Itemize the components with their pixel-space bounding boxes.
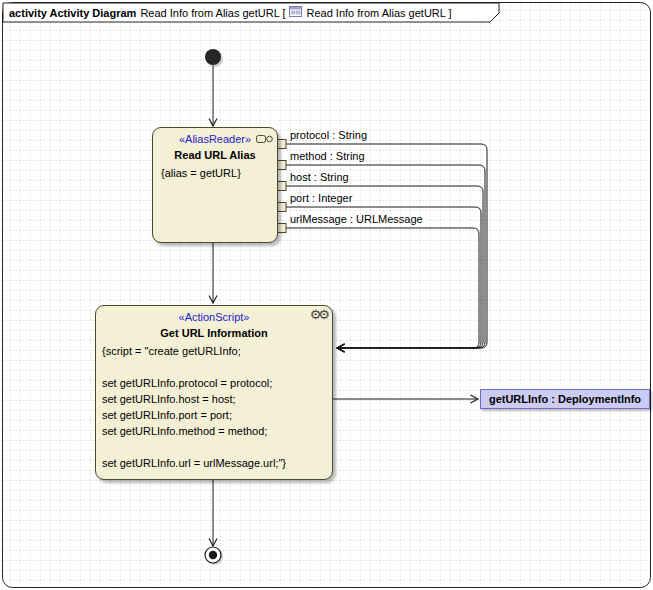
output-pin-method[interactable]	[277, 161, 286, 170]
script-title: Get URL Information	[96, 325, 332, 341]
action-get-url-information[interactable]: «ActionScript» Get URL Information {scri…	[95, 305, 333, 480]
action-read-url-alias[interactable]: «AliasReader» Read URL Alias {alias = ge…	[152, 127, 278, 243]
pin-label-method[interactable]: method : String	[290, 150, 365, 163]
diagram-graphics	[0, 0, 653, 590]
frame-header-name: Read Info from Alias getURL [	[140, 7, 285, 19]
pin-label-host[interactable]: host : String	[290, 171, 349, 184]
alias-title: Read URL Alias	[153, 147, 277, 163]
pin-label-port[interactable]: port : Integer	[290, 192, 352, 205]
output-pin-protocol[interactable]	[277, 140, 286, 149]
frame-header: activity Activity Diagram Read Info from…	[9, 5, 452, 20]
gears-icon: ⚙⚙	[310, 308, 327, 322]
script-stereotype: «ActionScript»	[96, 306, 332, 325]
grid-background	[3, 3, 650, 587]
output-pin-host[interactable]	[277, 182, 286, 191]
activity-diagram-canvas: activity Activity Diagram Read Info from…	[0, 0, 653, 590]
reader-icon	[256, 134, 273, 147]
final-node-inner-circle	[209, 551, 217, 559]
frame-header-ref: Read Info from Alias getURL ]	[306, 7, 451, 19]
output-pin-urlMessage[interactable]	[277, 224, 286, 233]
diagram-icon	[289, 6, 302, 19]
alias-body: {alias = getURL}	[153, 163, 277, 184]
initial-node[interactable]	[205, 49, 221, 65]
script-body: {script = "create getURLInfo; set getURL…	[96, 341, 332, 473]
output-pin-port[interactable]	[277, 203, 286, 212]
pin-label-urlMessage[interactable]: urlMessage : URLMessage	[290, 213, 423, 226]
frame-header-keyword: activity Activity Diagram	[9, 7, 136, 19]
object-node-getURLInfo[interactable]: getURLInfo : DeploymentInfo	[480, 389, 650, 409]
pin-label-protocol[interactable]: protocol : String	[290, 129, 367, 142]
